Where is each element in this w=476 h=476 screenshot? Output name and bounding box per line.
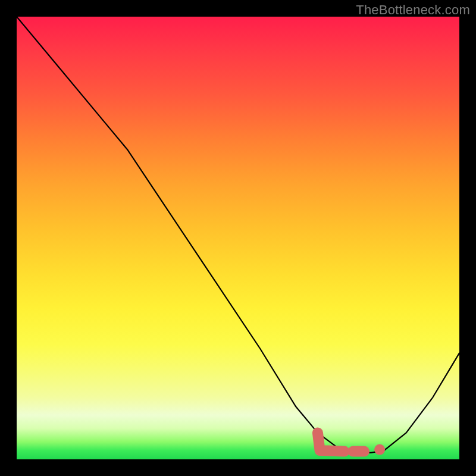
valley-highlight-dot: [374, 444, 385, 455]
curve-svg: [17, 17, 459, 459]
watermark-text: TheBottleneck.com: [356, 2, 470, 18]
bottleneck-curve: [17, 17, 459, 453]
plot-area: [17, 17, 459, 459]
chart-frame: TheBottleneck.com: [0, 0, 476, 476]
